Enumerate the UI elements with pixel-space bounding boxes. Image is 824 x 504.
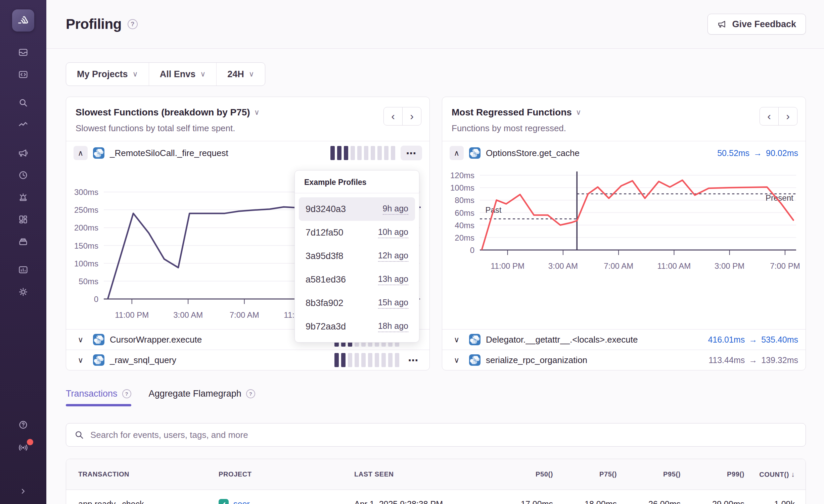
expand-toggle-button[interactable]: ∨ [450, 356, 464, 365]
whats-new-broadcast-icon[interactable] [16, 440, 31, 455]
tab-help-icon[interactable]: ? [122, 389, 131, 398]
search-input[interactable] [90, 430, 797, 440]
performance-icon[interactable] [16, 117, 31, 132]
project-name-link[interactable]: seer [233, 499, 250, 504]
column-header-p75[interactable]: P75() [558, 470, 622, 478]
page-help-icon[interactable]: ? [128, 19, 138, 29]
profile-id[interactable]: 9b72aa3d [306, 321, 346, 332]
sidebar-nav [16, 45, 31, 313]
column-header-transaction[interactable]: TRANSACTION [66, 470, 214, 478]
svg-text:20ms: 20ms [455, 233, 474, 242]
profile-item-0[interactable]: 9d3240a3 9h ago [299, 197, 415, 221]
explore-code-icon[interactable] [16, 67, 31, 82]
profile-id[interactable]: 3a95d3f8 [306, 251, 344, 261]
table-row[interactable]: app.ready._check seer Apr 1, 2025 9:28:3… [66, 490, 806, 504]
releases-icon[interactable] [16, 234, 31, 249]
expand-toggle-button[interactable]: ∨ [74, 335, 88, 344]
issues-icon[interactable] [16, 45, 31, 60]
pager-prev-button[interactable]: ‹ [383, 107, 403, 125]
slowest-panel-title-dropdown[interactable]: Slowest Functions (breakdown by P75) ∨ [76, 107, 260, 118]
tab-1[interactable]: Aggregate Flamegraph ? [149, 389, 255, 406]
column-header-count[interactable]: COUNT()↓ [749, 470, 806, 478]
tab-label: Transactions [66, 389, 118, 399]
profile-item-4[interactable]: 8b3fa902 15h ago [299, 291, 415, 315]
feedback-megaphone-icon[interactable] [16, 146, 31, 160]
column-header-last-seen[interactable]: LAST SEEN [350, 470, 494, 478]
column-header-p50[interactable]: P50() [494, 470, 558, 478]
collapse-toggle-button[interactable]: ∧ [450, 146, 464, 160]
regression-values[interactable]: 50.52ms → 90.02ms [717, 148, 798, 158]
project-filter[interactable]: My Projects ∨ [66, 63, 149, 86]
replays-clock-icon[interactable] [16, 168, 31, 183]
expand-toggle-button[interactable]: ∨ [450, 335, 464, 344]
slowest-panel-subtitle: Slowest functions by total self time spe… [76, 123, 260, 134]
settings-gear-icon[interactable] [16, 285, 31, 299]
column-header-p95[interactable]: P95() [622, 470, 685, 478]
column-header-p99[interactable]: P99() [685, 470, 749, 478]
profile-item-5[interactable]: 9b72aa3d 18h ago [299, 315, 415, 338]
regression-values[interactable]: 416.01ms → 535.40ms [708, 335, 798, 345]
tab-0[interactable]: Transactions ? [66, 389, 131, 406]
pager-prev-button[interactable]: ‹ [760, 107, 779, 125]
before-duration[interactable]: 416.01ms [708, 335, 745, 345]
regression-values[interactable]: 113.44ms → 139.32ms [708, 355, 798, 365]
profile-item-3[interactable]: a581ed36 13h ago [299, 268, 415, 291]
sidebar-bottom [16, 417, 31, 499]
date-range-filter[interactable]: 24H ∨ [216, 63, 265, 86]
after-duration[interactable]: 90.02ms [766, 148, 798, 158]
before-duration[interactable]: 113.44ms [708, 355, 745, 365]
after-duration[interactable]: 139.32ms [761, 355, 798, 365]
slowest-panel-pager: ‹ › [383, 107, 421, 125]
row-menu-button[interactable]: ⋯ [405, 354, 422, 366]
profile-age-link[interactable]: 13h ago [378, 274, 408, 285]
function-name[interactable]: OptionsStore.get_cache [486, 148, 580, 158]
row-menu-button[interactable]: ⋯ [401, 146, 422, 160]
give-feedback-button[interactable]: Give Feedback [707, 14, 806, 35]
regressed-panel-title-dropdown[interactable]: Most Regressed Functions ∨ [452, 107, 581, 118]
profile-id[interactable]: 9d3240a3 [306, 204, 346, 214]
alerts-siren-icon[interactable] [16, 190, 31, 205]
profile-id[interactable]: 7d12fa50 [306, 228, 344, 238]
pager-next-button[interactable]: › [778, 107, 797, 125]
profile-item-2[interactable]: 3a95d3f8 12h ago [299, 244, 415, 268]
profile-age-link[interactable]: 15h ago [378, 298, 408, 309]
sentry-logo-icon[interactable] [12, 9, 34, 32]
collapse-toggle-button[interactable]: ∧ [74, 146, 88, 160]
slowest-functions-panel: Slowest Functions (breakdown by P75) ∨ S… [66, 97, 430, 370]
profile-age-link[interactable]: 9h ago [383, 204, 408, 215]
project-cell[interactable]: seer [214, 499, 350, 504]
profile-age-link[interactable]: 12h ago [378, 251, 408, 262]
profile-age-link[interactable]: 10h ago [378, 227, 408, 238]
tab-help-icon[interactable]: ? [246, 389, 255, 398]
sidebar-expand-icon[interactable] [16, 484, 31, 499]
profile-age-link[interactable]: 18h ago [378, 321, 408, 332]
svg-text:50ms: 50ms [79, 277, 98, 286]
column-header-project[interactable]: PROJECT [214, 470, 350, 478]
profile-id[interactable]: 8b3fa902 [306, 298, 344, 308]
stats-icon[interactable] [16, 262, 31, 277]
arrow-right-icon: → [753, 148, 762, 158]
chevron-down-icon: ∨ [78, 356, 84, 365]
function-name[interactable]: serialize_rpc_organization [486, 355, 587, 365]
profile-id[interactable]: a581ed36 [306, 274, 346, 285]
search-nav-icon[interactable] [16, 95, 31, 110]
after-duration[interactable]: 535.40ms [761, 335, 798, 345]
profile-bar [361, 353, 366, 367]
before-duration[interactable]: 50.52ms [717, 148, 749, 158]
profile-bar [381, 353, 386, 367]
function-name[interactable]: _raw_snql_query [110, 355, 176, 365]
function-name[interactable]: Delegator.__getattr__.<locals>.execute [486, 335, 638, 345]
profile-bar [371, 146, 375, 160]
transaction-link[interactable]: app.ready._check [66, 499, 214, 504]
chevron-down-icon: ∨ [254, 108, 260, 117]
p50-value: 17.00ms [494, 499, 558, 504]
help-icon[interactable] [16, 417, 31, 432]
dashboards-icon[interactable] [16, 212, 31, 227]
function-name[interactable]: CursorWrapper.execute [110, 335, 202, 345]
function-name[interactable]: _RemoteSiloCall._fire_request [110, 148, 228, 158]
profile-item-1[interactable]: 7d12fa50 10h ago [299, 221, 415, 244]
environment-filter[interactable]: All Envs ∨ [149, 63, 217, 86]
profile-bar [330, 146, 335, 160]
expand-toggle-button[interactable]: ∨ [74, 356, 88, 365]
pager-next-button[interactable]: › [402, 107, 421, 125]
